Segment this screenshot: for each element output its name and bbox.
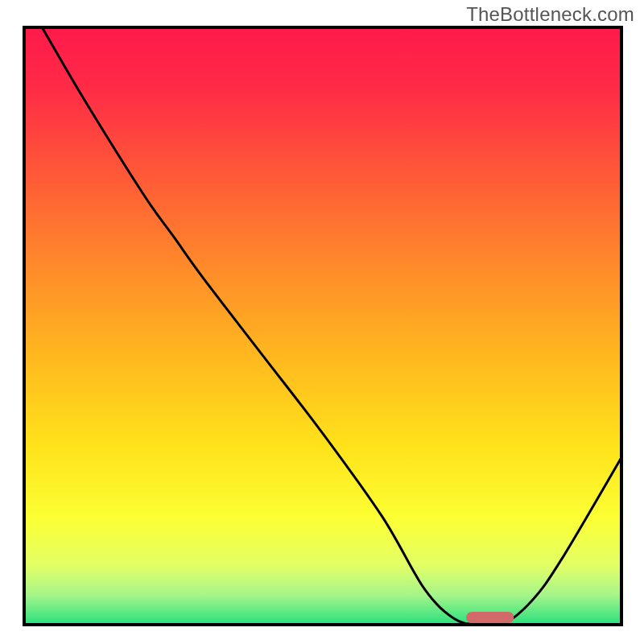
- plot-background-gradient: [24, 27, 621, 625]
- watermark-label: TheBottleneck.com: [466, 3, 634, 26]
- chart-container: TheBottleneck.com: [0, 0, 644, 644]
- optimal-range-marker: [466, 612, 514, 623]
- bottleneck-chart: [0, 0, 644, 644]
